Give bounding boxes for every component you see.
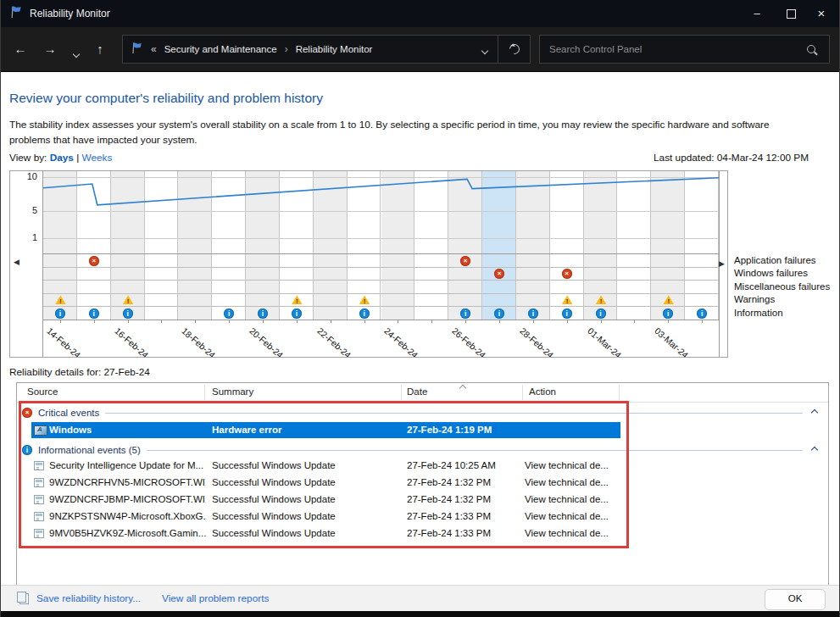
column-header-summary[interactable]: Summary (212, 386, 253, 397)
minimize-icon[interactable]: – (743, 0, 771, 27)
titlebar: Reliability Monitor – × (1, 0, 839, 27)
breadcrumb-reliability-monitor[interactable]: Reliability Monitor (296, 44, 373, 54)
view-by-separator: | (76, 152, 79, 164)
search-input[interactable] (540, 44, 807, 54)
view-technical-details-link[interactable]: View technical de... (525, 494, 609, 504)
chart-date-label: 18-Feb-24 (180, 325, 217, 358)
close-icon[interactable]: × (807, 0, 836, 27)
legend-item: Information (734, 307, 830, 320)
legend-item: Windows failures (734, 267, 830, 280)
forward-icon[interactable]: → (39, 39, 61, 59)
chart-day-column[interactable] (381, 171, 415, 320)
footer-bar: Save reliability history... View all pro… (1, 585, 839, 611)
chart-day-column[interactable] (482, 171, 516, 320)
chart-gridline (43, 177, 719, 178)
chart-tick (398, 320, 398, 323)
event-row[interactable]: 9MV0B5HZVK9Z-Microsoft.Gamin...Successfu… (17, 525, 828, 542)
info-icon[interactable] (123, 308, 133, 319)
ok-button[interactable]: OK (765, 589, 826, 610)
breadcrumb-collapse[interactable]: « (151, 43, 157, 55)
info-icon[interactable] (89, 308, 99, 319)
chart-scroll-right-icon[interactable]: ▶ (719, 259, 725, 268)
chart-tick (465, 320, 466, 323)
event-source: 9WZDNCRFHVN5-MICROSOFT.WI... (49, 477, 206, 487)
chart-date-label: 26-Feb-24 (450, 325, 487, 358)
chart-day-column[interactable] (448, 171, 482, 320)
page-description: The stability index assesses your system… (9, 117, 813, 148)
column-header-source[interactable]: Source (27, 386, 58, 397)
chart-day-column[interactable] (246, 171, 280, 320)
event-row[interactable]: 9NZKPSTSNW4P-Microsoft.XboxG...Successfu… (17, 509, 828, 525)
breadcrumb-security-and-maintenance[interactable]: Security and Maintenance (164, 44, 277, 54)
event-group-label: Critical events (38, 408, 99, 418)
event-row[interactable]: Security Intelligence Update for M...Suc… (17, 458, 828, 475)
last-updated: Last updated: 04-Mar-24 12:00 PM (654, 152, 809, 164)
back-icon[interactable]: ← (9, 39, 31, 59)
info-icon[interactable] (292, 308, 302, 319)
view-technical-details-link[interactable]: View technical de... (525, 511, 609, 521)
event-source: 9WZDNCRFJBMP-MICROSOFT.WI... (49, 494, 206, 504)
chart-day-column[interactable] (178, 171, 212, 320)
chart-row-separator (43, 306, 719, 307)
event-row[interactable]: 9WZDNCRFHVN5-MICROSOFT.WI...Successful W… (17, 475, 828, 492)
collapse-chevron-icon[interactable] (811, 447, 818, 453)
maximize-icon[interactable] (776, 0, 805, 27)
error-icon[interactable] (562, 269, 572, 279)
chart-day-column[interactable] (516, 171, 550, 320)
view-by-days-link[interactable]: Days (50, 152, 74, 164)
event-date: 27-Feb-24 1:33 PM (407, 528, 491, 538)
event-date: 27-Feb-24 1:19 PM (407, 425, 492, 435)
chart-tick (94, 320, 95, 323)
monitor-icon (34, 425, 47, 436)
reliability-monitor-window: Reliability Monitor – × ← → ↑ « Security… (0, 0, 840, 617)
info-icon[interactable] (697, 308, 707, 319)
up-icon[interactable]: ↑ (89, 39, 111, 59)
chart-day-column[interactable] (617, 171, 651, 320)
event-row[interactable]: WindowsHardware error27-Feb-24 1:19 PM (17, 422, 828, 438)
chart-day-column[interactable] (685, 171, 719, 320)
legend-item: Warnings (734, 293, 830, 306)
event-summary: Successful Windows Update (212, 477, 336, 487)
chart-date-label: 01-Mar-24 (586, 325, 623, 358)
chart-row-separator (43, 320, 719, 320)
chart-day-column[interactable] (77, 171, 111, 320)
view-technical-details-link[interactable]: View technical de... (525, 460, 609, 470)
address-bar[interactable]: « Security and Maintenance › Reliability… (122, 35, 531, 64)
view-by-weeks-link[interactable]: Weeks (82, 152, 113, 164)
save-reliability-history-link[interactable]: Save reliability history... (36, 592, 141, 604)
event-group-header[interactable]: Critical events (17, 405, 828, 420)
event-row[interactable]: 9WZDNCRFJBMP-MICROSOFT.WI...Successful W… (17, 492, 828, 509)
info-icon[interactable] (596, 308, 606, 319)
legend-item: Miscellaneous failures (734, 281, 830, 293)
column-header-action[interactable]: Action (529, 386, 556, 397)
chart-tick (161, 320, 162, 323)
info-icon[interactable] (494, 308, 504, 319)
view-technical-details-link[interactable]: View technical de... (525, 477, 609, 487)
chart-day-column[interactable] (314, 171, 348, 320)
recent-locations-chevron-icon[interactable] (65, 42, 87, 63)
view-all-problem-reports-link[interactable]: View all problem reports (162, 592, 269, 604)
chart-day-column[interactable] (212, 171, 246, 320)
info-icon[interactable] (258, 308, 268, 319)
info-icon[interactable] (528, 308, 538, 319)
event-group-header[interactable]: Informational events (5) (17, 442, 828, 458)
info-icon[interactable] (55, 308, 65, 319)
chart-plot-area[interactable]: 14-Feb-2416-Feb-2418-Feb-2420-Feb-2422-F… (42, 171, 720, 357)
search-icon[interactable] (807, 45, 815, 53)
view-technical-details-link[interactable]: View technical de... (525, 528, 609, 538)
error-icon[interactable] (460, 256, 470, 266)
info-icon[interactable] (359, 308, 370, 319)
main-content: Review your computer's reliability and p… (1, 72, 839, 586)
event-date: 27-Feb-24 10:25 AM (407, 460, 496, 470)
chart-tick (297, 320, 298, 323)
event-date: 27-Feb-24 1:33 PM (407, 511, 491, 521)
column-header-date[interactable]: Date (407, 386, 427, 397)
address-dropdown-chevron-icon[interactable] (472, 42, 498, 57)
chart-day-column[interactable] (414, 171, 448, 320)
info-icon[interactable] (562, 308, 572, 319)
error-icon[interactable] (89, 256, 99, 266)
winupd-icon (34, 478, 44, 487)
collapse-chevron-icon[interactable] (811, 409, 818, 416)
refresh-icon[interactable] (498, 36, 530, 63)
chart-day-column[interactable] (145, 171, 179, 320)
